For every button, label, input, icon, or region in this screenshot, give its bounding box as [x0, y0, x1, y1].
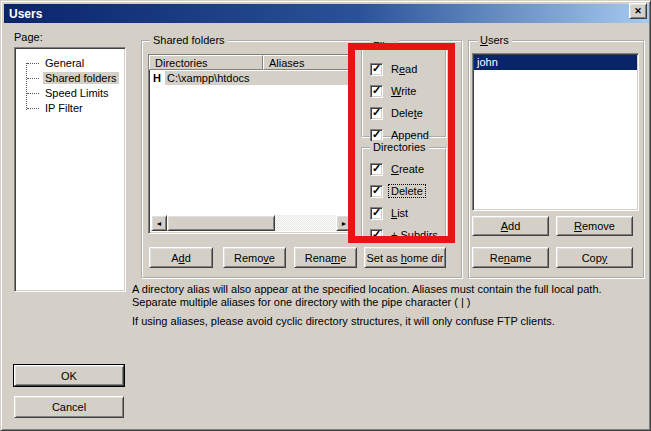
checkbox-create[interactable]: ✓ Create — [370, 162, 426, 176]
table-header: Directories Aliases — [149, 55, 354, 70]
rename-directory-button[interactable]: Rename — [294, 247, 357, 268]
checked-checkbox-icon: ✓ — [370, 85, 383, 98]
page-list: General Shared folders Speed Limits IP F… — [14, 47, 126, 292]
checked-checkbox-icon: ✓ — [370, 185, 383, 198]
scrollbar-thumb[interactable] — [167, 215, 275, 231]
directories-group-label: Directories — [370, 141, 429, 153]
page-label: Page: — [14, 31, 43, 43]
user-list-item-john[interactable]: john — [474, 55, 637, 70]
add-user-button[interactable]: Add — [472, 216, 549, 236]
alias-note: A directory alias will also appear at th… — [132, 283, 649, 309]
horizontal-scrollbar[interactable]: ◄ ► — [151, 215, 352, 231]
scroll-left-icon: ◄ — [156, 220, 163, 227]
copy-user-button[interactable]: Copy — [556, 247, 633, 268]
cancel-button[interactable]: Cancel — [14, 396, 124, 418]
column-header-aliases[interactable]: Aliases — [263, 55, 354, 70]
users-dialog: Users ✕ Page: General Shared folders Spe… — [0, 0, 651, 431]
checked-checkbox-icon: ✓ — [370, 129, 383, 142]
window-title: Users — [4, 7, 42, 21]
cyclic-note: If using aliases, please avoid cyclic di… — [132, 315, 649, 328]
scroll-left-button[interactable]: ◄ — [151, 215, 167, 231]
checked-checkbox-icon: ✓ — [370, 107, 383, 120]
page-item-shared-folders[interactable]: Shared folders — [17, 71, 123, 86]
checkbox-write[interactable]: ✓ Write — [370, 84, 418, 98]
ok-button[interactable]: OK — [14, 365, 124, 386]
checkbox-append[interactable]: ✓ Append — [370, 128, 431, 142]
notes: A directory alias will also appear at th… — [132, 283, 649, 334]
page-item-ip-filter[interactable]: IP Filter — [17, 101, 123, 116]
page-item-general[interactable]: General — [17, 56, 123, 71]
checkbox-delete-file[interactable]: ✓ Delete — [370, 106, 425, 120]
scroll-right-icon: ► — [341, 220, 348, 227]
checkbox-read[interactable]: ✓ Read — [370, 62, 419, 76]
rename-user-button[interactable]: Rename — [472, 247, 549, 268]
directory-cell: C:\xampp\htdocs — [165, 71, 354, 85]
title-bar[interactable]: Users — [4, 4, 649, 23]
checked-checkbox-icon: ✓ — [370, 63, 383, 76]
remove-user-button[interactable]: Remove — [556, 216, 633, 236]
scroll-right-button[interactable]: ► — [336, 215, 352, 231]
column-header-directories[interactable]: Directories — [149, 55, 263, 70]
checkbox-list[interactable]: ✓ List — [370, 206, 410, 220]
directories-permissions-group: Directories ✓ Create ✓ Delete ✓ List ✓ +… — [361, 147, 447, 240]
users-list: john — [472, 53, 639, 211]
close-button[interactable]: ✕ — [629, 3, 647, 19]
files-permissions-group: Files ✓ Read ✓ Write ✓ Delete ✓ Append — [361, 46, 447, 138]
shared-folders-group-label: Shared folders — [150, 34, 228, 46]
add-directory-button[interactable]: Add — [149, 247, 213, 268]
remove-directory-button[interactable]: Remove — [223, 247, 286, 268]
close-icon: ✕ — [634, 7, 642, 16]
checked-checkbox-icon: ✓ — [370, 207, 383, 220]
shared-folders-table: Directories Aliases H C:\xampp\htdocs ◄ … — [148, 54, 355, 234]
checked-checkbox-icon: ✓ — [370, 163, 383, 176]
users-group-label: Users — [477, 34, 512, 46]
table-row[interactable]: H C:\xampp\htdocs — [149, 70, 354, 85]
page-item-speed-limits[interactable]: Speed Limits — [17, 86, 123, 101]
set-as-home-dir-button[interactable]: Set as home dir — [364, 247, 446, 268]
home-flag: H — [149, 72, 165, 84]
files-group-label: Files — [370, 40, 399, 52]
checkbox-subdirs[interactable]: ✓ + Subdirs — [370, 228, 440, 242]
checkbox-delete-dir[interactable]: ✓ Delete — [370, 184, 425, 198]
checked-checkbox-icon: ✓ — [370, 229, 383, 242]
